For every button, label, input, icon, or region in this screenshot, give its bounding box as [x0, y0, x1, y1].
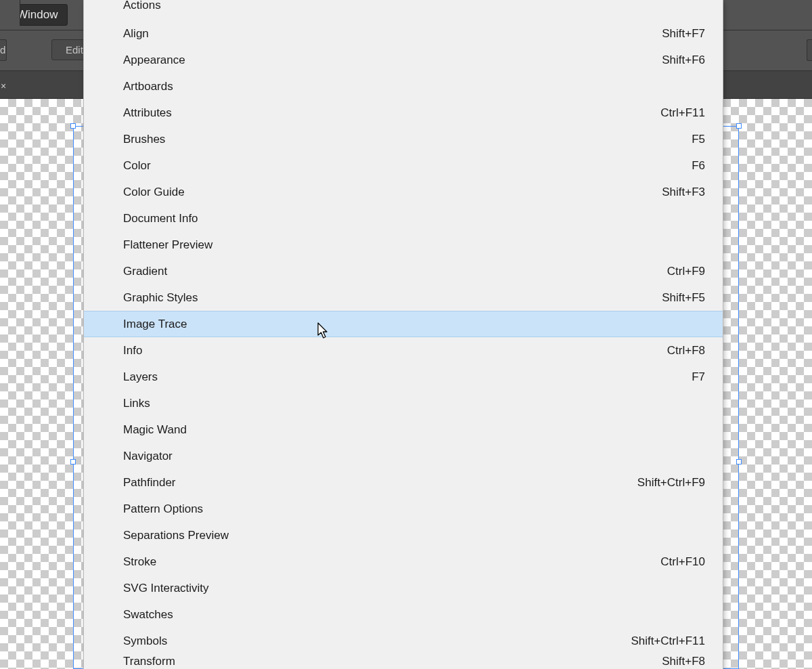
menu-item-shortcut: F7	[692, 370, 705, 384]
close-icon[interactable]: ×	[1, 81, 6, 91]
menu-item-shortcut: Shift+Ctrl+F9	[637, 476, 705, 490]
menu-item-shortcut: F5	[692, 133, 705, 146]
menu-item-label: Transform	[123, 655, 175, 668]
menu-item-links[interactable]: Links	[84, 390, 723, 416]
menu-item-label: Color	[123, 159, 151, 173]
menu-item-color[interactable]: ColorF6	[84, 152, 723, 179]
menu-item-layers[interactable]: LayersF7	[84, 364, 723, 390]
menu-item-shortcut: F6	[692, 159, 705, 173]
menu-item-stroke[interactable]: StrokeCtrl+F10	[84, 548, 723, 575]
menu-item-label: Links	[123, 397, 150, 410]
selection-handle-mid-right[interactable]	[736, 459, 742, 465]
menu-item-label: Magic Wand	[123, 423, 187, 437]
menu-item-pathfinder[interactable]: PathfinderShift+Ctrl+F9	[84, 469, 723, 496]
menu-item-symbols[interactable]: SymbolsShift+Ctrl+F11	[84, 628, 723, 654]
menu-item-label: Attributes	[123, 106, 172, 120]
menu-item-label: Layers	[123, 370, 158, 384]
menu-item-separations-preview[interactable]: Separations Preview	[84, 522, 723, 548]
menu-item-label: Stroke	[123, 555, 156, 569]
menu-item-swatches[interactable]: Swatches	[84, 601, 723, 628]
selection-handle-top-left[interactable]	[70, 123, 76, 129]
menu-item-label: Gradient	[123, 265, 167, 278]
menu-item-color-guide[interactable]: Color GuideShift+F3	[84, 179, 723, 205]
menu-item-label: Separations Preview	[123, 529, 229, 542]
menu-item-shortcut: Ctrl+F10	[660, 555, 705, 569]
menu-item-label: SVG Interactivity	[123, 582, 209, 595]
menu-item-shortcut: Ctrl+F11	[660, 106, 705, 120]
selection-handle-top-right[interactable]	[736, 123, 742, 129]
menu-item-graphic-styles[interactable]: Graphic StylesShift+F5	[84, 284, 723, 311]
menu-item-label: Swatches	[123, 608, 173, 622]
menu-item-svg-interactivity[interactable]: SVG Interactivity	[84, 575, 723, 601]
window-menu-dropdown: ActionsAlignShift+F7AppearanceShift+F6Ar…	[83, 0, 723, 669]
menu-item-document-info[interactable]: Document Info	[84, 205, 723, 232]
menu-item-pattern-options[interactable]: Pattern Options	[84, 496, 723, 522]
menu-item-label: Appearance	[123, 53, 185, 67]
menu-item-magic-wand[interactable]: Magic Wand	[84, 416, 723, 443]
document-tab[interactable]	[0, 0, 20, 26]
menu-item-actions[interactable]: Actions	[84, 0, 723, 20]
menu-item-info[interactable]: InfoCtrl+F8	[84, 337, 723, 364]
menu-item-navigator[interactable]: Navigator	[84, 443, 723, 469]
menu-item-label: Graphic Styles	[123, 291, 198, 305]
menu-item-label: Info	[123, 344, 142, 358]
menu-item-label: Align	[123, 27, 149, 41]
menu-item-image-trace[interactable]: Image Trace	[84, 311, 723, 337]
menu-item-brushes[interactable]: BrushesF5	[84, 126, 723, 152]
options-fragment-left[interactable]: d	[0, 39, 7, 61]
menu-item-transform[interactable]: TransformShift+F8	[84, 654, 723, 669]
menu-item-align[interactable]: AlignShift+F7	[84, 20, 723, 47]
menu-item-label: Image Trace	[123, 318, 187, 331]
menu-item-flattener-preview[interactable]: Flattener Preview	[84, 232, 723, 258]
options-fragment-right[interactable]	[807, 39, 812, 61]
menu-item-label: Symbols	[123, 634, 167, 648]
menu-item-label: Document Info	[123, 212, 198, 225]
menu-item-label: Actions	[123, 0, 161, 12]
menu-item-shortcut: Shift+Ctrl+F11	[631, 634, 705, 648]
menu-item-label: Pattern Options	[123, 502, 203, 516]
menu-item-artboards[interactable]: Artboards	[84, 73, 723, 100]
menu-item-shortcut: Shift+F5	[662, 291, 705, 305]
menu-item-shortcut: Shift+F3	[662, 186, 705, 199]
menu-item-attributes[interactable]: AttributesCtrl+F11	[84, 100, 723, 126]
menu-item-label: Color Guide	[123, 186, 185, 199]
menu-item-shortcut: Shift+F7	[662, 27, 705, 41]
menu-item-label: Navigator	[123, 450, 173, 463]
menu-item-shortcut: Ctrl+F8	[667, 344, 705, 358]
menu-item-shortcut: Ctrl+F9	[667, 265, 705, 278]
menu-item-label: Artboards	[123, 80, 173, 93]
menu-item-label: Flattener Preview	[123, 238, 212, 252]
menu-item-gradient[interactable]: GradientCtrl+F9	[84, 258, 723, 284]
menu-item-shortcut: Shift+F8	[662, 655, 705, 668]
menu-item-label: Brushes	[123, 133, 165, 146]
menu-item-label: Pathfinder	[123, 476, 176, 490]
menu-item-shortcut: Shift+F6	[662, 53, 705, 67]
menu-item-appearance[interactable]: AppearanceShift+F6	[84, 47, 723, 73]
selection-handle-mid-left[interactable]	[70, 459, 76, 465]
